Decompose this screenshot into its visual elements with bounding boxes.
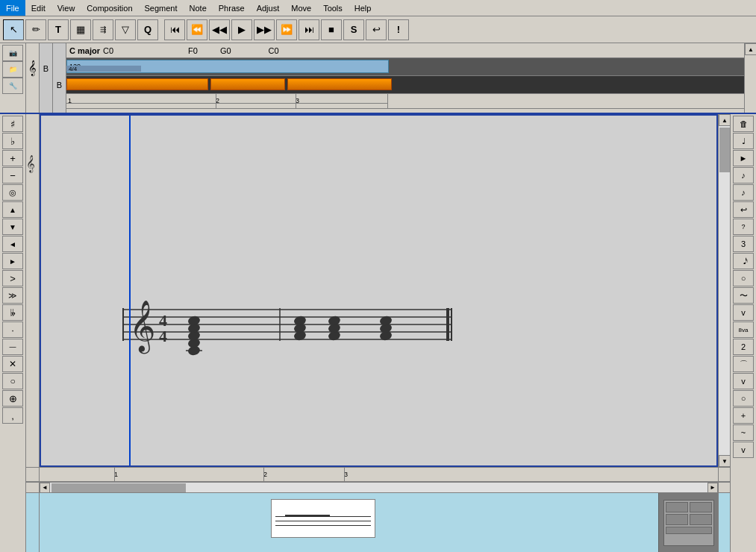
menu-move[interactable]: Move [285, 0, 317, 16]
flat-btn[interactable]: ♭ [2, 133, 23, 149]
rt-arrow[interactable]: ► [733, 150, 754, 166]
seg2[interactable] [210, 78, 285, 90]
rt-2[interactable]: 2 [733, 339, 754, 355]
g0-marker: G0 [220, 46, 231, 55]
score-canvas[interactable]: 𝄞 4 4 [40, 114, 718, 467]
upper-left-btn2[interactable]: 📁 [2, 61, 23, 78]
filter-tool[interactable]: ▽ [115, 19, 136, 40]
start-btn[interactable]: ⏮ [164, 19, 185, 40]
treble-clef-icon: 𝄞 [26, 155, 35, 172]
loop-btn[interactable]: ↩ [366, 19, 387, 40]
menu-edit[interactable]: Edit [25, 0, 51, 16]
score-scrollbar: ▲ ▼ [718, 114, 730, 467]
rt-3[interactable]: 3 [733, 236, 754, 252]
quantize-tool[interactable]: Q [137, 19, 158, 40]
svg-text:4: 4 [159, 327, 167, 345]
rewind-btn[interactable]: ◀◀ [209, 19, 230, 40]
double-acc-btn[interactable]: ≫ [2, 287, 23, 304]
circle2-btn[interactable]: ○ [2, 373, 23, 389]
scroll-thumb-v[interactable] [719, 128, 730, 172]
h-scroll-left[interactable]: ◄ [40, 483, 50, 493]
playhead [129, 116, 131, 465]
scroll-down-btn[interactable]: ▼ [719, 455, 730, 467]
seg3[interactable] [287, 78, 392, 90]
mini-score-content [40, 493, 658, 552]
rt-note4[interactable]: 𝅘𝅥𝅯 [733, 253, 754, 269]
h-scroll-right[interactable]: ► [707, 483, 718, 493]
step-tool[interactable]: ⇶ [93, 19, 113, 40]
circle-btn[interactable]: ◎ [2, 184, 23, 201]
left-arr-btn[interactable]: ◄ [2, 236, 23, 252]
grid-tool[interactable]: ▦ [70, 19, 91, 40]
rt-note3[interactable]: ♪ [733, 184, 754, 201]
rt-trash[interactable]: 🗑 [733, 116, 754, 132]
rt-arc[interactable]: ⌒ [733, 356, 754, 372]
upper-section: 📷 📁 🔧 𝄞 B B C major C0 F0 G0 C0 [0, 43, 756, 114]
scroll-up-upper[interactable]: ▲ [745, 43, 756, 55]
stop-btn[interactable]: ■ [321, 19, 342, 40]
octave-label: C0 [103, 46, 113, 55]
play-btn[interactable]: ▶ [231, 19, 252, 40]
down-arrow-btn[interactable]: ▼ [2, 219, 23, 235]
rt-tilde[interactable]: ~ [733, 424, 754, 441]
tempo-track-row: 120 4/4 [66, 58, 744, 76]
rt-q[interactable]: ? [733, 219, 754, 235]
menu-segment[interactable]: Segment [139, 0, 184, 16]
accent-btn[interactable]: > [2, 270, 23, 286]
rt-plus[interactable]: + [733, 407, 754, 424]
score-section: ♯ ♭ + − ◎ ▲ ▼ ◄ ► > ≫ 𝄫 · — ✕ ○ ⊕ , [0, 114, 756, 552]
phi-btn[interactable]: ⊕ [2, 390, 23, 407]
next-btn[interactable]: ⏩ [276, 19, 297, 40]
rt-circ2[interactable]: ○ [733, 390, 754, 407]
flat2-btn[interactable]: 𝄫 [2, 304, 23, 321]
rt-8va[interactable]: 8va [733, 322, 754, 338]
minus-btn[interactable]: − [2, 167, 23, 184]
upper-left-btn1[interactable]: 📷 [2, 45, 23, 61]
rt-circle[interactable]: ○ [733, 270, 754, 286]
upper-left-btn3[interactable]: 🔧 [2, 78, 23, 94]
prev-btn[interactable]: ⏪ [187, 19, 207, 40]
sharp-btn[interactable]: ♯ [2, 116, 23, 132]
solo-btn[interactable]: S [343, 19, 364, 40]
left-toolbar: ♯ ♭ + − ◎ ▲ ▼ ◄ ► > ≫ 𝄫 · — ✕ ○ ⊕ , [0, 114, 26, 552]
rt-wave[interactable]: 〜 [733, 287, 754, 304]
right-arr-btn[interactable]: ► [2, 253, 23, 269]
comma-btn[interactable]: , [2, 407, 23, 424]
right-toolbar: 🗑 ♩ ► ♪ ♪ ↩ ? 3 𝅘𝅥𝅯 ○ 〜 v 8va 2 ⌒ v ○ + … [730, 114, 756, 552]
text-tool[interactable]: T [48, 19, 69, 40]
scroll-up-btn[interactable]: ▲ [719, 114, 730, 126]
end-btn[interactable]: ⏭ [299, 19, 319, 40]
rt-back[interactable]: ↩ [733, 201, 754, 218]
menu-tools[interactable]: Tools [317, 0, 349, 16]
punch-btn[interactable]: ! [388, 19, 409, 40]
menu-adjust[interactable]: Adjust [251, 0, 286, 16]
menu-phrase[interactable]: Phrase [213, 0, 251, 16]
cross-btn[interactable]: ✕ [2, 356, 23, 372]
f0-marker: F0 [188, 46, 198, 55]
h-scroll-thumb[interactable] [51, 483, 186, 492]
rt-v[interactable]: v [733, 304, 754, 321]
pencil-tool[interactable]: ✏ [25, 19, 46, 40]
rt-v2[interactable]: v [733, 373, 754, 389]
menu-bar: File Edit View Composition Segment Note … [0, 0, 756, 16]
seg1[interactable] [66, 78, 208, 90]
tenuto-btn[interactable]: — [2, 339, 23, 355]
menu-note[interactable]: Note [184, 0, 213, 16]
menu-view[interactable]: View [51, 0, 81, 16]
treble-clef-upper: 𝄞 [28, 61, 37, 75]
arrow-tool[interactable]: ↖ [3, 19, 24, 40]
plus-btn[interactable]: + [2, 150, 23, 166]
mini-ctrl-box[interactable] [663, 500, 714, 546]
menu-file[interactable]: File [0, 0, 25, 16]
rt-note2[interactable]: ♪ [733, 167, 754, 184]
rt-v3[interactable]: v [733, 442, 754, 458]
staccato-btn[interactable]: · [2, 322, 23, 338]
menu-composition[interactable]: Composition [81, 0, 138, 16]
h-scrollbar: ◄ ► [26, 482, 730, 492]
svg-text:𝄞: 𝄞 [129, 301, 155, 354]
ffwd-btn[interactable]: ▶▶ [254, 19, 275, 40]
rt-note1[interactable]: ♩ [733, 133, 754, 149]
up-arrow-btn[interactable]: ▲ [2, 201, 23, 218]
mini-note [285, 515, 330, 516]
menu-help[interactable]: Help [349, 0, 378, 16]
